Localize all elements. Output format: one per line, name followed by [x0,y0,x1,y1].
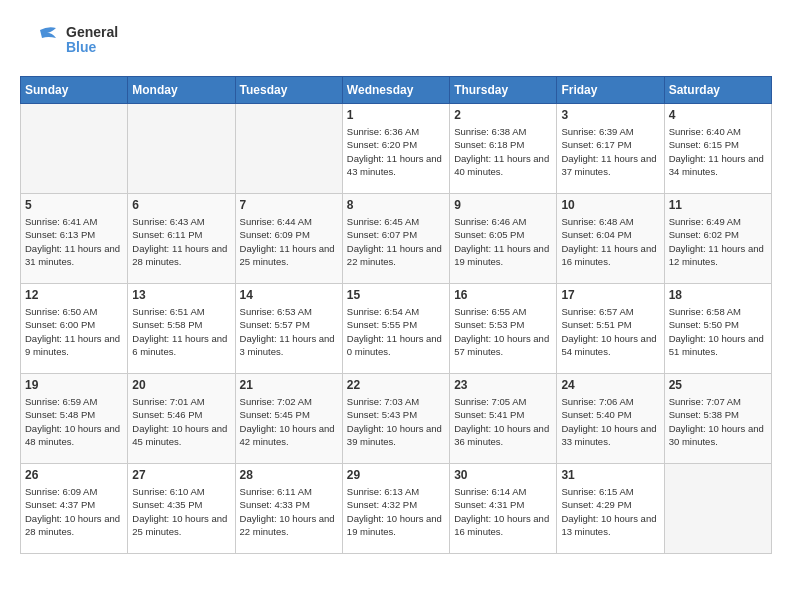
day-info: Sunrise: 7:02 AMSunset: 5:45 PMDaylight:… [240,395,338,448]
day-number: 2 [454,108,552,122]
day-info: Sunrise: 6:44 AMSunset: 6:09 PMDaylight:… [240,215,338,268]
day-info: Sunrise: 6:46 AMSunset: 6:05 PMDaylight:… [454,215,552,268]
day-number: 15 [347,288,445,302]
day-info: Sunrise: 6:55 AMSunset: 5:53 PMDaylight:… [454,305,552,358]
day-info: Sunrise: 6:50 AMSunset: 6:00 PMDaylight:… [25,305,123,358]
day-number: 14 [240,288,338,302]
calendar-cell: 1Sunrise: 6:36 AMSunset: 6:20 PMDaylight… [342,104,449,194]
day-info: Sunrise: 6:59 AMSunset: 5:48 PMDaylight:… [25,395,123,448]
page-header: General Blue [20,20,772,60]
day-number: 8 [347,198,445,212]
week-row-2: 5Sunrise: 6:41 AMSunset: 6:13 PMDaylight… [21,194,772,284]
logo-general: General [66,25,118,40]
day-info: Sunrise: 6:36 AMSunset: 6:20 PMDaylight:… [347,125,445,178]
day-number: 17 [561,288,659,302]
day-number: 27 [132,468,230,482]
day-info: Sunrise: 6:14 AMSunset: 4:31 PMDaylight:… [454,485,552,538]
calendar-cell: 11Sunrise: 6:49 AMSunset: 6:02 PMDayligh… [664,194,771,284]
calendar-cell: 13Sunrise: 6:51 AMSunset: 5:58 PMDayligh… [128,284,235,374]
logo-blue: Blue [66,40,118,55]
calendar-cell: 24Sunrise: 7:06 AMSunset: 5:40 PMDayligh… [557,374,664,464]
calendar-cell: 16Sunrise: 6:55 AMSunset: 5:53 PMDayligh… [450,284,557,374]
col-header-tuesday: Tuesday [235,77,342,104]
calendar-cell: 21Sunrise: 7:02 AMSunset: 5:45 PMDayligh… [235,374,342,464]
calendar-cell: 4Sunrise: 6:40 AMSunset: 6:15 PMDaylight… [664,104,771,194]
calendar-cell [664,464,771,554]
calendar-cell: 19Sunrise: 6:59 AMSunset: 5:48 PMDayligh… [21,374,128,464]
col-header-thursday: Thursday [450,77,557,104]
day-number: 12 [25,288,123,302]
col-header-saturday: Saturday [664,77,771,104]
day-info: Sunrise: 6:10 AMSunset: 4:35 PMDaylight:… [132,485,230,538]
header-row: SundayMondayTuesdayWednesdayThursdayFrid… [21,77,772,104]
day-info: Sunrise: 6:38 AMSunset: 6:18 PMDaylight:… [454,125,552,178]
col-header-monday: Monday [128,77,235,104]
calendar-cell [21,104,128,194]
calendar-cell: 20Sunrise: 7:01 AMSunset: 5:46 PMDayligh… [128,374,235,464]
calendar-cell [235,104,342,194]
calendar-cell: 7Sunrise: 6:44 AMSunset: 6:09 PMDaylight… [235,194,342,284]
day-number: 18 [669,288,767,302]
day-number: 20 [132,378,230,392]
day-number: 3 [561,108,659,122]
logo-bird-icon [20,20,60,60]
day-info: Sunrise: 6:43 AMSunset: 6:11 PMDaylight:… [132,215,230,268]
day-info: Sunrise: 6:51 AMSunset: 5:58 PMDaylight:… [132,305,230,358]
week-row-5: 26Sunrise: 6:09 AMSunset: 4:37 PMDayligh… [21,464,772,554]
day-info: Sunrise: 6:40 AMSunset: 6:15 PMDaylight:… [669,125,767,178]
day-number: 26 [25,468,123,482]
calendar-table: SundayMondayTuesdayWednesdayThursdayFrid… [20,76,772,554]
week-row-4: 19Sunrise: 6:59 AMSunset: 5:48 PMDayligh… [21,374,772,464]
calendar-cell: 17Sunrise: 6:57 AMSunset: 5:51 PMDayligh… [557,284,664,374]
calendar-cell: 5Sunrise: 6:41 AMSunset: 6:13 PMDaylight… [21,194,128,284]
calendar-cell: 29Sunrise: 6:13 AMSunset: 4:32 PMDayligh… [342,464,449,554]
calendar-cell: 15Sunrise: 6:54 AMSunset: 5:55 PMDayligh… [342,284,449,374]
day-info: Sunrise: 6:58 AMSunset: 5:50 PMDaylight:… [669,305,767,358]
day-number: 4 [669,108,767,122]
calendar-cell: 27Sunrise: 6:10 AMSunset: 4:35 PMDayligh… [128,464,235,554]
day-number: 22 [347,378,445,392]
day-number: 19 [25,378,123,392]
day-info: Sunrise: 6:48 AMSunset: 6:04 PMDaylight:… [561,215,659,268]
calendar-cell: 10Sunrise: 6:48 AMSunset: 6:04 PMDayligh… [557,194,664,284]
calendar-cell [128,104,235,194]
day-info: Sunrise: 6:45 AMSunset: 6:07 PMDaylight:… [347,215,445,268]
day-number: 16 [454,288,552,302]
week-row-3: 12Sunrise: 6:50 AMSunset: 6:00 PMDayligh… [21,284,772,374]
day-number: 30 [454,468,552,482]
calendar-cell: 8Sunrise: 6:45 AMSunset: 6:07 PMDaylight… [342,194,449,284]
week-row-1: 1Sunrise: 6:36 AMSunset: 6:20 PMDaylight… [21,104,772,194]
col-header-wednesday: Wednesday [342,77,449,104]
col-header-friday: Friday [557,77,664,104]
day-number: 28 [240,468,338,482]
day-info: Sunrise: 7:05 AMSunset: 5:41 PMDaylight:… [454,395,552,448]
calendar-cell: 22Sunrise: 7:03 AMSunset: 5:43 PMDayligh… [342,374,449,464]
calendar-cell: 23Sunrise: 7:05 AMSunset: 5:41 PMDayligh… [450,374,557,464]
day-number: 13 [132,288,230,302]
day-info: Sunrise: 6:13 AMSunset: 4:32 PMDaylight:… [347,485,445,538]
day-number: 7 [240,198,338,212]
logo: General Blue [20,20,118,60]
calendar-cell: 26Sunrise: 6:09 AMSunset: 4:37 PMDayligh… [21,464,128,554]
calendar-cell: 6Sunrise: 6:43 AMSunset: 6:11 PMDaylight… [128,194,235,284]
day-info: Sunrise: 6:41 AMSunset: 6:13 PMDaylight:… [25,215,123,268]
day-info: Sunrise: 7:01 AMSunset: 5:46 PMDaylight:… [132,395,230,448]
day-info: Sunrise: 6:15 AMSunset: 4:29 PMDaylight:… [561,485,659,538]
day-number: 21 [240,378,338,392]
day-number: 24 [561,378,659,392]
calendar-cell: 9Sunrise: 6:46 AMSunset: 6:05 PMDaylight… [450,194,557,284]
calendar-cell: 12Sunrise: 6:50 AMSunset: 6:00 PMDayligh… [21,284,128,374]
day-info: Sunrise: 6:49 AMSunset: 6:02 PMDaylight:… [669,215,767,268]
calendar-cell: 25Sunrise: 7:07 AMSunset: 5:38 PMDayligh… [664,374,771,464]
col-header-sunday: Sunday [21,77,128,104]
day-number: 5 [25,198,123,212]
day-number: 1 [347,108,445,122]
calendar-cell: 30Sunrise: 6:14 AMSunset: 4:31 PMDayligh… [450,464,557,554]
day-info: Sunrise: 7:03 AMSunset: 5:43 PMDaylight:… [347,395,445,448]
day-number: 23 [454,378,552,392]
calendar-cell: 3Sunrise: 6:39 AMSunset: 6:17 PMDaylight… [557,104,664,194]
calendar-cell: 2Sunrise: 6:38 AMSunset: 6:18 PMDaylight… [450,104,557,194]
day-number: 10 [561,198,659,212]
day-info: Sunrise: 6:57 AMSunset: 5:51 PMDaylight:… [561,305,659,358]
day-info: Sunrise: 6:09 AMSunset: 4:37 PMDaylight:… [25,485,123,538]
